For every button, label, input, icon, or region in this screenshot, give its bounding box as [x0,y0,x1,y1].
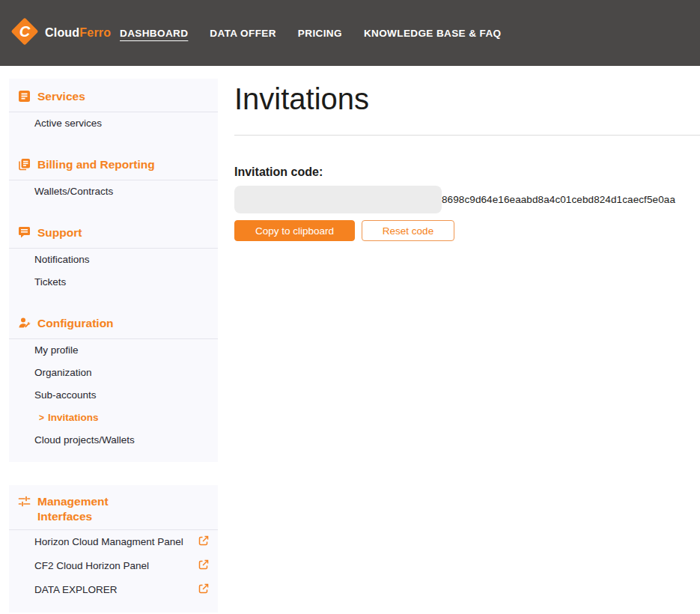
sidebar-item-invitations[interactable]: >Invitations [9,407,218,429]
external-link-icon [198,583,209,596]
chevron-right-icon: > [39,413,44,423]
sidebar-section-configuration[interactable]: Configuration [9,311,218,338]
sidebar-item-organization[interactable]: Organization [9,362,218,384]
mgmt-item-label: CF2 Cloud Horizon Panel [34,560,149,571]
sidebar-item-label: Invitations [48,412,99,423]
cloudferro-diamond-icon: C [9,16,40,50]
nav-data-offer[interactable]: DATA OFFER [210,28,276,39]
external-link-icon [198,535,209,548]
svg-text:C: C [19,23,31,40]
sidebar-section-services[interactable]: Services [9,85,218,112]
page-title: Invitations [234,82,700,115]
nav-pricing[interactable]: PRICING [298,28,342,39]
management-interfaces-panel: Management Interfaces Horizon Cloud Mana… [9,485,218,613]
sidebar-item-active-services[interactable]: Active services [9,112,218,135]
sidebar-section-support[interactable]: Support [9,221,218,248]
sidebar: Services Active services Billing and Rep… [9,79,218,462]
sliders-icon [18,495,31,511]
cloudferro-logo[interactable]: C CloudFerro [9,16,103,50]
sidebar-section-management-interfaces[interactable]: Management Interfaces [9,490,170,529]
sidebar-item-cloud-projects-wallets[interactable]: Cloud projects/Wallets [9,429,218,452]
mgmt-item-label: Horizon Cloud Managment Panel [34,536,183,547]
nav-knowledge-base[interactable]: KNOWLEDGE BASE & FAQ [364,28,502,39]
section-title: Billing and Reporting [37,157,155,172]
button-row: Copy to clipboard Reset code [234,220,700,241]
invitation-code-label: Invitation code: [234,165,700,179]
sidebar-item-tickets[interactable]: Tickets [9,271,218,294]
invitation-code-input[interactable] [234,186,442,213]
section-title: Support [37,225,82,240]
external-link-icon [198,559,209,572]
mgmt-item-label: DATA EXPLORER [34,584,118,595]
sidebar-item-cf2-cloud-horizon-panel[interactable]: CF2 Cloud Horizon Panel [9,554,218,578]
section-title: Services [37,89,85,104]
sidebar-section-billing[interactable]: Billing and Reporting [9,153,218,180]
sidebar-item-data-explorer[interactable]: DATA EXPLORER [9,578,218,602]
sidebar-item-wallets-contracts[interactable]: Wallets/Contracts [9,180,218,203]
user-wrench-icon [18,317,31,333]
invitation-code-row: 8698c9d64e16eaabd8a4c01cebd824d1caecf5e0… [234,186,700,213]
sidebar-item-notifications[interactable]: Notifications [9,249,218,271]
section-title: Configuration [37,316,114,331]
reset-code-button[interactable]: Reset code [362,220,454,241]
sidebar-item-my-profile[interactable]: My profile [9,339,218,362]
cloudferro-wordmark: CloudFerro [45,26,111,40]
sidebar-item-horizon-cloud-management-panel[interactable]: Horizon Cloud Managment Panel [9,530,218,554]
divider [234,135,700,136]
stacked-documents-icon [18,158,31,174]
copy-to-clipboard-button[interactable]: Copy to clipboard [234,220,355,241]
chat-bubble-icon [18,226,31,243]
sidebar-item-sub-accounts[interactable]: Sub-accounts [9,384,218,407]
document-lines-icon [18,90,31,106]
nav-dashboard[interactable]: DASHBOARD [120,28,188,39]
invitation-code-value: 8698c9d64e16eaabd8a4c01cebd824d1caecf5e0… [442,194,675,205]
main-content: Invitations Invitation code: 8698c9d64e1… [234,82,700,241]
section-title: Management Interfaces [37,494,162,524]
top-menu: DASHBOARD DATA OFFER PRICING KNOWLEDGE B… [120,28,501,39]
top-navigation-bar: C CloudFerro DASHBOARD DATA OFFER PRICIN… [0,0,700,66]
